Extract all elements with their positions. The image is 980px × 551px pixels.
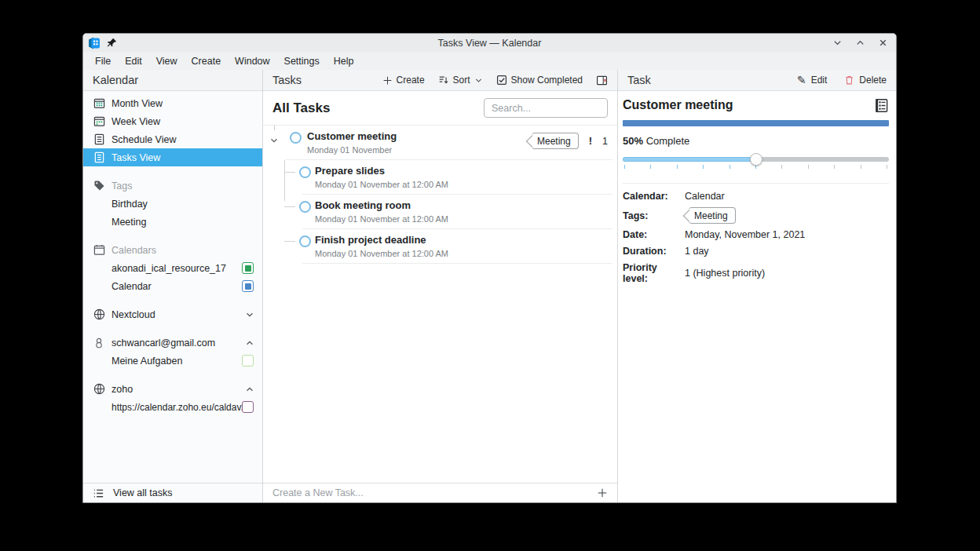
- calendar-checkbox[interactable]: [242, 280, 254, 292]
- calendar-month-icon: [93, 97, 105, 110]
- task-date: Monday 01 November at 12:00 AM: [315, 214, 608, 224]
- view-all-tasks-button[interactable]: View all tasks: [83, 483, 262, 502]
- sidebar-section-tags[interactable]: Tags: [83, 177, 262, 195]
- subtask-group: Prepare slides Monday 01 November at 12:…: [263, 160, 617, 264]
- list-details-icon: [93, 487, 105, 499]
- chevron-up-icon[interactable]: [245, 338, 254, 348]
- calendar-label: https://calendar.zoho.eu/caldav/b...: [112, 402, 242, 413]
- task-row-book-meeting-room[interactable]: Book meeting room Monday 01 November at …: [263, 195, 617, 229]
- sidebar-account-nextcloud[interactable]: Nextcloud: [83, 305, 262, 323]
- chevron-down-icon[interactable]: [245, 310, 254, 319]
- sidebar-account-zoho[interactable]: zoho: [83, 380, 262, 398]
- all-tasks-title: All Tasks: [272, 100, 330, 116]
- menu-create[interactable]: Create: [185, 53, 229, 69]
- task-row-customer-meeting[interactable]: Customer meeting Monday 01 November Meet…: [263, 126, 617, 160]
- slider-handle[interactable]: [750, 153, 762, 166]
- show-completed-button[interactable]: Show Completed: [496, 75, 583, 86]
- sidebar-tag-birthday[interactable]: Birthday: [83, 195, 262, 213]
- maximize-button[interactable]: [855, 38, 865, 48]
- task-row-finish-project-deadline[interactable]: Finish project deadline Monday 01 Novemb…: [263, 229, 617, 264]
- detail-task-title: Customer meeting: [623, 98, 733, 112]
- menu-settings[interactable]: Settings: [277, 53, 327, 69]
- delete-button[interactable]: Delete: [844, 75, 887, 86]
- tag-chip[interactable]: Meeting: [689, 207, 736, 224]
- calendar-label: Meine Aufgaben: [112, 356, 242, 367]
- sidebar-item-week-view[interactable]: Week View: [83, 112, 262, 130]
- plus-icon: [382, 75, 393, 86]
- priority-value: 1: [602, 136, 608, 147]
- all-tasks-header: All Tasks: [263, 91, 617, 126]
- app-logo-icon: [88, 37, 101, 49]
- task-detail-panel: Task ✎ Edit Delete Customer meeting: [617, 70, 896, 502]
- sidebar-item-label: Schedule View: [112, 134, 262, 145]
- menu-view[interactable]: View: [149, 53, 185, 69]
- task-complete-circle[interactable]: [290, 132, 302, 144]
- schedule-list-icon: [93, 133, 105, 146]
- sidebar-calendar-calendar[interactable]: Calendar: [83, 277, 262, 295]
- field-label: Priority level:: [623, 262, 685, 284]
- sidebar-item-month-view[interactable]: Month View: [83, 94, 262, 112]
- sidebar-item-tasks-view[interactable]: Tasks View: [83, 148, 262, 166]
- menu-edit[interactable]: Edit: [118, 53, 149, 69]
- tree-line: [274, 126, 275, 130]
- sidebar-item-schedule-view[interactable]: Schedule View: [83, 130, 262, 148]
- sidebar-calendar-meine-aufgaben[interactable]: Meine Aufgaben: [83, 352, 262, 370]
- field-value-priority: 1 (Highest priority): [685, 268, 889, 279]
- sidebar-calendar-zoho-url[interactable]: https://calendar.zoho.eu/caldav/b...: [83, 398, 262, 416]
- sort-button[interactable]: Sort: [438, 75, 483, 86]
- tag-chip[interactable]: Meeting: [532, 133, 579, 149]
- close-button[interactable]: [878, 38, 888, 48]
- slider-fill: [623, 157, 756, 162]
- view-all-tasks-label: View all tasks: [113, 487, 173, 498]
- sidebar: Kalendar Month View Week View Schedule V…: [83, 70, 263, 502]
- sidebar-tag-meeting[interactable]: Meeting: [83, 213, 262, 231]
- menu-help[interactable]: Help: [327, 53, 361, 69]
- new-task-placeholder[interactable]: Create a New Task...: [272, 487, 364, 498]
- sidebar-account-gmail[interactable]: schwancarl@gmail.com: [83, 334, 262, 352]
- row-separator: [302, 263, 612, 264]
- task-row-prepare-slides[interactable]: Prepare slides Monday 01 November at 12:…: [263, 160, 617, 195]
- menu-window[interactable]: Window: [228, 53, 276, 69]
- calendar-checkbox[interactable]: [242, 262, 254, 274]
- create-button[interactable]: Create: [382, 75, 425, 86]
- detail-panel-title: Task: [627, 74, 651, 86]
- chevron-up-icon[interactable]: [245, 385, 254, 394]
- calendar-color-bar: [623, 120, 889, 126]
- toggle-panel-button[interactable]: [596, 75, 608, 86]
- google-account-icon: [93, 337, 105, 349]
- menu-file[interactable]: File: [88, 53, 118, 69]
- progress-label: 50% Complete: [623, 135, 889, 147]
- task-title: Finish project deadline: [315, 234, 608, 246]
- tag-label: Birthday: [112, 199, 262, 210]
- sidebar-section-calendars[interactable]: Calendars: [83, 241, 262, 259]
- sidebar-calendar-akonadi[interactable]: akonadi_ical_resource_17: [83, 259, 262, 277]
- progress-slider[interactable]: [623, 155, 889, 172]
- account-label: zoho: [112, 384, 245, 395]
- tag-chip-label: Meeting: [694, 210, 728, 221]
- expander-chevron-icon[interactable]: [269, 136, 279, 145]
- pin-icon[interactable]: [107, 38, 117, 48]
- search-input[interactable]: [484, 98, 608, 118]
- tasks-panel: Tasks Create Sort Show Completed: [263, 70, 617, 502]
- section-label: Calendars: [112, 245, 262, 256]
- create-button-label: Create: [397, 75, 425, 86]
- sidebar-header-title: Kalendar: [93, 74, 138, 86]
- edit-button[interactable]: ✎ Edit: [797, 74, 827, 86]
- field-label: Calendar:: [623, 191, 685, 202]
- task-complete-circle[interactable]: [299, 235, 311, 247]
- task-complete-circle[interactable]: [299, 201, 311, 213]
- sidebar-item-label: Tasks View: [112, 152, 262, 163]
- detail-fields: Calendar: Calendar Tags: Meeting Date: M…: [623, 183, 889, 284]
- sort-icon: [438, 75, 449, 86]
- calendar-checkbox[interactable]: [242, 401, 254, 413]
- task-complete-circle[interactable]: [299, 166, 311, 178]
- delete-button-label: Delete: [859, 75, 887, 86]
- minimize-button[interactable]: [832, 38, 843, 48]
- tasks-list-icon: [93, 151, 105, 164]
- trash-icon: [844, 75, 854, 86]
- new-task-bar[interactable]: Create a New Task...: [263, 483, 617, 502]
- add-task-plus-icon[interactable]: [597, 487, 608, 498]
- calendar-checkbox[interactable]: [242, 355, 254, 367]
- titlebar: Tasks View — Kalendar: [83, 34, 896, 52]
- task-list: Customer meeting Monday 01 November Meet…: [263, 126, 617, 483]
